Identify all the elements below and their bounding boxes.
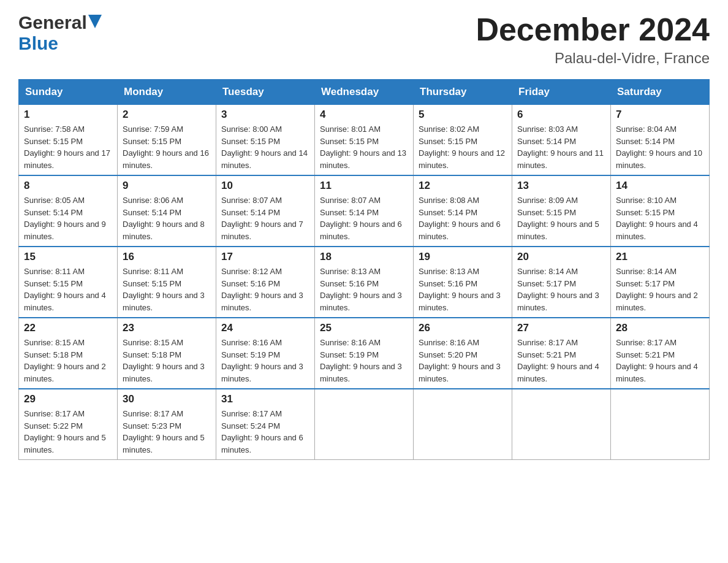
day-number: 10 — [221, 180, 309, 192]
calendar-cell: 23Sunrise: 8:15 AMSunset: 5:18 PMDayligh… — [118, 318, 216, 389]
day-info: Sunrise: 8:00 AMSunset: 5:15 PMDaylight:… — [221, 123, 309, 171]
day-info: Sunrise: 8:07 AMSunset: 5:14 PMDaylight:… — [320, 194, 408, 242]
weekday-header-thursday: Thursday — [414, 80, 512, 105]
weekday-header-row: SundayMondayTuesdayWednesdayThursdayFrid… — [19, 80, 710, 105]
day-info: Sunrise: 8:07 AMSunset: 5:14 PMDaylight:… — [221, 194, 309, 242]
day-info: Sunrise: 8:02 AMSunset: 5:15 PMDaylight:… — [419, 123, 507, 171]
weekday-header-monday: Monday — [118, 80, 216, 105]
logo-general-text: General — [18, 12, 87, 33]
calendar-cell: 22Sunrise: 8:15 AMSunset: 5:18 PMDayligh… — [19, 318, 118, 389]
calendar-cell: 25Sunrise: 8:16 AMSunset: 5:19 PMDayligh… — [315, 318, 414, 389]
calendar-cell — [611, 389, 710, 460]
calendar-cell: 6Sunrise: 8:03 AMSunset: 5:14 PMDaylight… — [512, 105, 611, 176]
day-info: Sunrise: 8:17 AMSunset: 5:23 PMDaylight:… — [123, 408, 211, 456]
calendar-cell: 13Sunrise: 8:09 AMSunset: 5:15 PMDayligh… — [512, 175, 611, 247]
day-number: 7 — [616, 109, 704, 121]
calendar-cell: 20Sunrise: 8:14 AMSunset: 5:17 PMDayligh… — [512, 247, 611, 318]
logo-blue-text: Blue — [18, 33, 58, 53]
weekday-header-sunday: Sunday — [19, 80, 118, 105]
day-number: 28 — [616, 322, 704, 334]
day-number: 29 — [24, 393, 112, 405]
calendar-cell: 26Sunrise: 8:16 AMSunset: 5:20 PMDayligh… — [414, 318, 512, 389]
calendar-cell: 30Sunrise: 8:17 AMSunset: 5:23 PMDayligh… — [118, 389, 216, 460]
day-info: Sunrise: 8:10 AMSunset: 5:15 PMDaylight:… — [616, 194, 704, 242]
calendar-cell: 16Sunrise: 8:11 AMSunset: 5:15 PMDayligh… — [118, 247, 216, 318]
day-number: 18 — [320, 251, 408, 263]
day-info: Sunrise: 8:08 AMSunset: 5:14 PMDaylight:… — [419, 194, 507, 242]
calendar-cell: 10Sunrise: 8:07 AMSunset: 5:14 PMDayligh… — [216, 175, 315, 247]
day-info: Sunrise: 8:16 AMSunset: 5:19 PMDaylight:… — [221, 337, 309, 385]
day-info: Sunrise: 8:16 AMSunset: 5:20 PMDaylight:… — [419, 337, 507, 385]
day-info: Sunrise: 8:04 AMSunset: 5:14 PMDaylight:… — [616, 123, 704, 171]
day-number: 23 — [123, 322, 211, 334]
calendar-cell: 4Sunrise: 8:01 AMSunset: 5:15 PMDaylight… — [315, 105, 414, 176]
day-info: Sunrise: 8:11 AMSunset: 5:15 PMDaylight:… — [123, 266, 211, 313]
day-number: 20 — [517, 251, 605, 263]
calendar-cell: 7Sunrise: 8:04 AMSunset: 5:14 PMDaylight… — [611, 105, 710, 176]
day-number: 21 — [616, 251, 704, 263]
day-info: Sunrise: 8:13 AMSunset: 5:16 PMDaylight:… — [320, 266, 408, 313]
calendar-cell: 29Sunrise: 8:17 AMSunset: 5:22 PMDayligh… — [19, 389, 118, 460]
day-number: 25 — [320, 322, 408, 334]
day-info: Sunrise: 8:09 AMSunset: 5:15 PMDaylight:… — [517, 194, 605, 242]
calendar-cell: 27Sunrise: 8:17 AMSunset: 5:21 PMDayligh… — [512, 318, 611, 389]
calendar-table: SundayMondayTuesdayWednesdayThursdayFrid… — [18, 79, 710, 460]
day-number: 24 — [221, 322, 309, 334]
week-row-3: 15Sunrise: 8:11 AMSunset: 5:15 PMDayligh… — [19, 247, 710, 318]
location-title: Palau-del-Vidre, France — [476, 50, 710, 67]
calendar-cell: 1Sunrise: 7:58 AMSunset: 5:15 PMDaylight… — [19, 105, 118, 176]
logo-triangle-icon — [88, 15, 102, 28]
calendar-cell: 21Sunrise: 8:14 AMSunset: 5:17 PMDayligh… — [611, 247, 710, 318]
calendar-cell — [315, 389, 414, 460]
week-row-2: 8Sunrise: 8:05 AMSunset: 5:14 PMDaylight… — [19, 175, 710, 247]
day-info: Sunrise: 8:14 AMSunset: 5:17 PMDaylight:… — [616, 266, 704, 313]
week-row-1: 1Sunrise: 7:58 AMSunset: 5:15 PMDaylight… — [19, 105, 710, 176]
day-number: 4 — [320, 109, 408, 121]
day-info: Sunrise: 8:15 AMSunset: 5:18 PMDaylight:… — [24, 337, 112, 385]
weekday-header-friday: Friday — [512, 80, 611, 105]
logo: General Blue — [18, 12, 102, 54]
day-info: Sunrise: 8:17 AMSunset: 5:21 PMDaylight:… — [616, 337, 704, 385]
day-number: 1 — [24, 109, 112, 121]
calendar-cell: 31Sunrise: 8:17 AMSunset: 5:24 PMDayligh… — [216, 389, 315, 460]
calendar-cell: 17Sunrise: 8:12 AMSunset: 5:16 PMDayligh… — [216, 247, 315, 318]
day-number: 31 — [221, 393, 309, 405]
day-info: Sunrise: 7:58 AMSunset: 5:15 PMDaylight:… — [24, 123, 112, 171]
calendar-cell — [414, 389, 512, 460]
day-number: 13 — [517, 180, 605, 192]
day-number: 15 — [24, 251, 112, 263]
day-number: 19 — [419, 251, 507, 263]
day-number: 2 — [123, 109, 211, 121]
day-info: Sunrise: 8:17 AMSunset: 5:22 PMDaylight:… — [24, 408, 112, 456]
day-number: 8 — [24, 180, 112, 192]
day-info: Sunrise: 8:16 AMSunset: 5:19 PMDaylight:… — [320, 337, 408, 385]
day-info: Sunrise: 8:03 AMSunset: 5:14 PMDaylight:… — [517, 123, 605, 171]
day-info: Sunrise: 8:13 AMSunset: 5:16 PMDaylight:… — [419, 266, 507, 313]
day-info: Sunrise: 8:11 AMSunset: 5:15 PMDaylight:… — [24, 266, 112, 313]
day-info: Sunrise: 8:12 AMSunset: 5:16 PMDaylight:… — [221, 266, 309, 313]
title-block: December 2024 Palau-del-Vidre, France — [476, 12, 710, 67]
day-info: Sunrise: 8:15 AMSunset: 5:18 PMDaylight:… — [123, 337, 211, 385]
calendar-cell: 28Sunrise: 8:17 AMSunset: 5:21 PMDayligh… — [611, 318, 710, 389]
day-info: Sunrise: 7:59 AMSunset: 5:15 PMDaylight:… — [123, 123, 211, 171]
week-row-5: 29Sunrise: 8:17 AMSunset: 5:22 PMDayligh… — [19, 389, 710, 460]
calendar-cell — [512, 389, 611, 460]
calendar-cell: 3Sunrise: 8:00 AMSunset: 5:15 PMDaylight… — [216, 105, 315, 176]
day-number: 9 — [123, 180, 211, 192]
calendar-cell: 12Sunrise: 8:08 AMSunset: 5:14 PMDayligh… — [414, 175, 512, 247]
calendar-cell: 9Sunrise: 8:06 AMSunset: 5:14 PMDaylight… — [118, 175, 216, 247]
day-info: Sunrise: 8:05 AMSunset: 5:14 PMDaylight:… — [24, 194, 112, 242]
day-number: 16 — [123, 251, 211, 263]
day-info: Sunrise: 8:17 AMSunset: 5:21 PMDaylight:… — [517, 337, 605, 385]
day-number: 22 — [24, 322, 112, 334]
page-header: General Blue December 2024 Palau-del-Vid… — [18, 12, 710, 67]
calendar-cell: 19Sunrise: 8:13 AMSunset: 5:16 PMDayligh… — [414, 247, 512, 318]
weekday-header-saturday: Saturday — [611, 80, 710, 105]
day-info: Sunrise: 8:17 AMSunset: 5:24 PMDaylight:… — [221, 408, 309, 456]
weekday-header-wednesday: Wednesday — [315, 80, 414, 105]
calendar-cell: 15Sunrise: 8:11 AMSunset: 5:15 PMDayligh… — [19, 247, 118, 318]
day-number: 17 — [221, 251, 309, 263]
calendar-cell: 11Sunrise: 8:07 AMSunset: 5:14 PMDayligh… — [315, 175, 414, 247]
day-number: 12 — [419, 180, 507, 192]
svg-marker-0 — [88, 15, 102, 28]
